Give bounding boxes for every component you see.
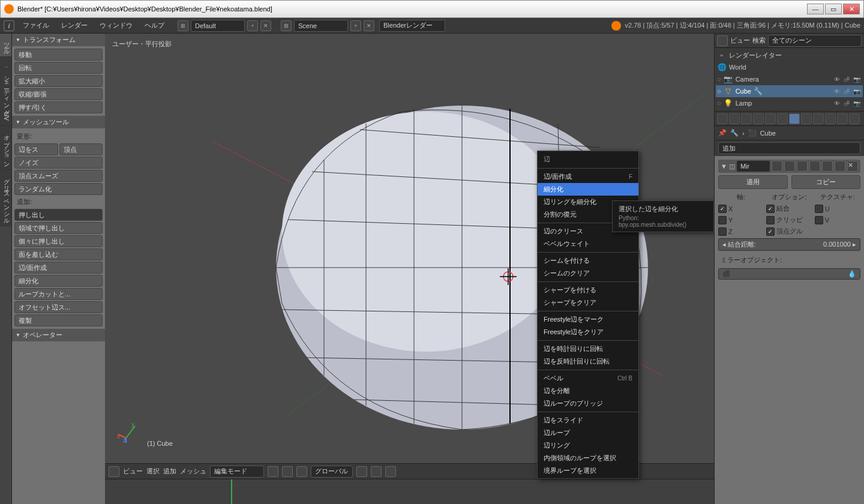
copy-button[interactable]: コピー [791,175,861,189]
window-close-button[interactable]: ✕ [843,4,860,14]
scene-dropdown[interactable]: Scene [294,20,348,32]
outliner-row-camera[interactable]: ○ 📷 Camera 👁⮰📷 [716,73,863,85]
context-menu-item[interactable]: シャープを付ける [538,284,638,296]
context-menu-item[interactable]: 辺を時計回りに回転 [538,343,638,355]
translate-button[interactable]: 移動 [14,49,103,61]
tab-create[interactable]: 作成 [0,57,11,67]
editor-type-icon[interactable] [109,466,119,477]
cursor-icon[interactable]: ⮰ [844,100,852,107]
header-add-menu[interactable]: 追加 [163,467,176,476]
prop-tab-material[interactable] [813,113,824,124]
add-modifier-dropdown[interactable]: 追加 [718,142,860,154]
duplicate-button[interactable]: 複製 [14,314,103,326]
manipulator-icon[interactable] [296,466,307,477]
inset-faces-button[interactable]: 面を差し込む [14,248,103,260]
context-menu-item[interactable]: 細分化 [538,183,638,196]
prop-tab-constraints[interactable] [777,113,788,124]
outliner-row-world[interactable]: 🌐 World [716,61,863,73]
mod-render-toggle[interactable] [772,161,782,172]
prop-tab-scene[interactable] [741,113,752,124]
3d-viewport[interactable]: ユーザー・平行投影 [105,34,714,504]
render-icon[interactable]: 📷 [853,76,862,83]
scene-add-button[interactable]: + [350,20,361,31]
mode-dropdown[interactable]: 編集モード [210,466,264,478]
orientation-dropdown[interactable]: グローバル [311,466,353,478]
clipping-checkbox[interactable] [766,216,775,224]
header-select-menu[interactable]: 選択 [146,467,160,476]
eye-icon[interactable]: 👁 [834,76,842,83]
outliner-row-lamp[interactable]: ○ 💡 Lamp 👁⮰📷 [716,97,863,109]
extrude-individual-button[interactable]: 個々に押し出し [14,235,103,247]
transform-panel-header[interactable]: トランスフォーム [12,34,105,46]
context-menu-item[interactable]: 内側領域のループを選択 [538,452,638,464]
modifier-name-field[interactable]: Mir [737,161,770,172]
context-menu-item[interactable]: ベベルウェイト [538,238,638,250]
mod-delete[interactable]: ✕ [847,161,858,172]
mod-editmode-toggle[interactable] [797,161,808,172]
menu-window[interactable]: ウィンドウ [96,20,136,31]
outliner-search-menu[interactable]: 検索 [752,36,766,45]
rotate-button[interactable]: 回転 [14,62,103,74]
render-icon[interactable]: 📷 [853,88,862,95]
context-menu-item[interactable]: 境界ループを選択 [538,464,638,477]
prop-tab-renderlayer[interactable] [729,113,740,124]
shading-icon[interactable] [268,466,278,477]
axis-y-checkbox[interactable] [718,216,727,224]
header-view-menu[interactable]: ビュー [123,467,143,476]
context-menu-item[interactable]: シームのクリア [538,267,638,280]
noise-button[interactable]: ノイズ [14,157,103,169]
context-menu-item[interactable]: 辺ループのブリッジ [538,397,638,410]
proportional-icon[interactable] [385,466,396,477]
prop-tab-texture[interactable] [825,113,836,124]
window-maximize-button[interactable]: ▭ [825,4,842,14]
layout-add-button[interactable]: + [247,20,258,31]
smooth-vertex-button[interactable]: 頂点スムーズ [14,170,103,182]
timeline[interactable]: -40-200204060801001201401601802002202402… [105,479,714,504]
prop-tab-data[interactable] [801,113,812,124]
tab-shading-uv[interactable]: シェーディングUV [0,67,11,126]
outliner-row-cube[interactable]: ○ ▽ Cube 🔧 👁⮰📷 [716,85,863,97]
layout-browse-button[interactable]: ⊞ [178,20,188,31]
cursor-icon[interactable]: ⮰ [844,88,852,95]
scene-browse-button[interactable]: ⊞ [281,20,292,31]
context-menu-item[interactable]: Freestyle辺をクリア [538,326,638,338]
context-menu-item[interactable]: 辺/面作成F [538,170,638,183]
prop-tab-render[interactable] [717,113,728,124]
outliner-editor-icon[interactable] [717,35,728,46]
context-menu-item[interactable]: Freestyle辺をマーク [538,313,638,326]
push-pull-button[interactable]: 押す/引く [14,101,103,113]
extrude-region-button[interactable]: 領域で押し出し [14,222,103,234]
eye-icon[interactable]: 👁 [834,88,842,95]
timeline-cursor[interactable] [231,479,232,504]
menu-file[interactable]: ファイル [19,20,53,31]
prop-tab-particles[interactable] [837,113,848,124]
edge-slide-button[interactable]: 辺をス [14,143,58,155]
tab-options[interactable]: オプション [0,126,11,170]
collapse-icon[interactable]: ▼ [721,163,727,170]
context-menu-item[interactable]: 辺をスライド [538,414,638,427]
snap-icon[interactable] [371,466,382,477]
menu-render[interactable]: レンダー [58,20,91,31]
context-menu-item[interactable]: 辺リング [538,439,638,452]
merge-checkbox[interactable] [766,205,775,213]
header-mesh-menu[interactable]: メッシュ [180,467,206,476]
extrude-dropdown[interactable]: 押し出し [14,209,103,221]
mirror-object-field[interactable]: ⬛💧 [718,268,860,280]
render-engine-dropdown[interactable]: Blenderレンダー [379,20,445,32]
layout-remove-button[interactable]: ✕ [260,20,271,31]
loop-cut-button[interactable]: ループカットと... [14,288,103,300]
tab-tools[interactable]: ツール [0,34,11,57]
layout-dropdown[interactable]: Default [191,20,245,32]
vertex-button[interactable]: 頂点 [59,143,103,155]
render-icon[interactable]: 📷 [853,100,862,107]
layers-icon[interactable] [356,466,367,477]
apply-button[interactable]: 適用 [718,175,788,189]
tab-grease-pencil[interactable]: グリースペンシル [0,170,11,226]
operator-panel-header[interactable]: オペレーター [12,329,105,341]
make-edge-face-button[interactable]: 辺/面作成 [14,262,103,274]
prop-tab-world[interactable] [753,113,764,124]
context-menu-item[interactable]: 辺を分離 [538,385,638,397]
axis-z-checkbox[interactable] [718,227,727,236]
menu-help[interactable]: ヘルプ [141,20,168,31]
info-editor-icon[interactable]: i [4,20,14,31]
